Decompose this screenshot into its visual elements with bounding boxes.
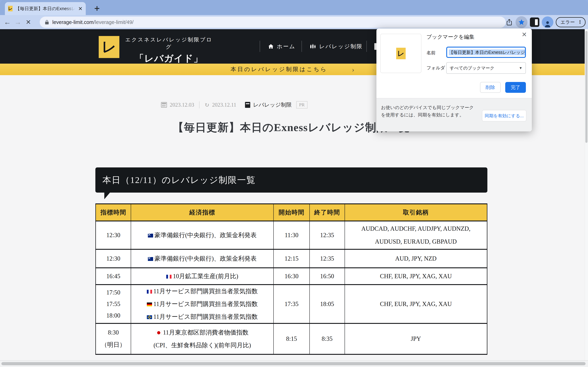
table-header-row: 指標時間経済指標開始時間終了時間取引銘柄 [96,204,487,221]
dialog-title: ブックマークを編集 [426,33,475,41]
cell-symbols: AUDCAD, AUDCHF, AUDJPY, AUDNZD,AUDUSD, E… [345,221,487,249]
cell-indicator-time: 16:45 [96,268,131,285]
error-menu-button[interactable]: エラー ⋮ [556,17,586,27]
back-icon[interactable]: ← [2,18,13,26]
updated-date: 2023.12.11 [212,102,236,108]
cell-start-time: 17:35 [274,285,310,324]
tab-strip: レ 【毎日更新】本日のExnessレバレ ✕ ＋ [0,0,588,15]
au-flag-icon [148,234,153,237]
nav-item-home[interactable]: ホーム [268,29,295,64]
published-date: 2023.12.03 [170,102,194,108]
table-row: 8:30（明日）11月東京都区部消費者物価指数(CPI、生鮮食料品除く)(前年同… [96,324,487,354]
refresh-icon: ↻ [204,101,209,108]
article-meta: 2023.12.03 ↻ 2023.12.11 レバレッジ制限 PR [161,101,307,108]
cell-indicator-time: 12:30 [96,249,131,268]
forward-icon[interactable]: → [13,18,23,26]
person-icon [544,20,552,28]
browser-window: レ 【毎日更新】本日のExnessレバレ ✕ ＋ ← → ✕ leverage-… [0,0,588,367]
site-name: 「レバガイド」 [122,52,215,65]
folder-select[interactable]: すべてのブックマーク ▼ [446,62,526,74]
pr-badge: PR [296,101,307,108]
cell-end-time: 8:35 [310,324,345,354]
share-icon[interactable] [505,18,513,27]
calendar-icon [161,102,167,108]
cell-economic-indicator: 豪準備銀行(中央銀行)、政策金利発表 [131,249,274,268]
url-text: leverage-limit.com/leverage-limit/49/ [52,19,134,25]
kebab-menu-icon: ⋮ [578,21,582,24]
lock-icon [44,19,50,25]
browser-toolbar: ← → ✕ leverage-limit.com/leverage-limit/… [0,15,588,29]
bookmark-name-value: 【毎日更新】本日のExnessレバレッジ制限 [449,50,526,55]
cell-end-time: 16:50 [310,268,345,285]
nav-label: レバレッジ制限 [319,43,363,50]
bookmark-name-input[interactable]: 【毎日更新】本日のExnessレバレッジ制限 [446,47,526,58]
star-icon [518,19,525,26]
cell-economic-indicator: 11月東京都区部消費者物価指数(CPI、生鮮食料品除く)(前年同月比) [131,324,274,354]
vertical-scrollbar[interactable] [585,29,588,361]
enable-sync-button[interactable]: 同期を有効にする... [482,110,526,121]
candlestick-icon [309,43,316,50]
category-link[interactable]: レバレッジ制限 [253,101,292,108]
url-path: /leverage-limit/49/ [94,19,134,25]
nav-item-leverage[interactable]: レバレッジ制限 [309,29,363,64]
site-logo[interactable]: レ [99,36,119,58]
cell-start-time: 11:30 [274,221,310,249]
tab-close-icon[interactable]: ✕ [78,6,83,12]
tab-title: 【毎日更新】本日のExnessレバレ [15,6,77,12]
horizontal-scrollbar[interactable] [0,360,588,367]
chevron-right-icon: › [352,65,354,74]
folder-label: フォルダ [426,65,445,71]
cell-end-time: 18:05 [310,285,345,324]
cell-indicator-time: 12:30 [96,221,131,249]
table-header-cell: 取引銘柄 [345,204,487,221]
cell-start-time: 16:30 [274,268,310,285]
fr-flag-icon [147,290,152,294]
site-tagline: エクスネスレバレッジ制限ブログ [122,36,215,50]
browser-tab[interactable]: レ 【毎日更新】本日のExnessレバレ ✕ [5,2,86,15]
folder-value: すべてのブックマーク [450,65,494,71]
table-header-cell: 経済指標 [131,204,274,221]
bookmark-star-button[interactable] [516,16,527,28]
close-icon[interactable]: ✕ [522,31,527,38]
profile-avatar[interactable] [542,17,553,28]
category-icon [245,102,250,108]
done-button[interactable]: 完了 [505,82,526,93]
horizontal-scrollbar-thumb[interactable] [1,362,586,365]
chevron-down-icon: ▼ [519,66,522,70]
de-flag-icon [147,302,152,306]
nav-label: ホーム [277,43,295,50]
leverage-table: 指標時間経済指標開始時間終了時間取引銘柄 12:30豪準備銀行(中央銀行)、政策… [95,203,487,355]
cell-start-time: 8:15 [274,324,310,354]
side-panel-icon[interactable] [530,17,539,27]
table-header-cell: 開始時間 [274,204,310,221]
sync-section: お使いのどのデバイスでも同じブックマークを使用するには、同期を有効にします。 同… [376,98,532,131]
cell-symbols: AUD, JPY, NZD [345,249,487,268]
cell-economic-indicator: 11月サービス部門購買担当者景気指数11月サービス部門購買担当者景気指数11月サ… [131,285,274,324]
fr-flag-icon [166,275,172,279]
nav-divider [366,41,367,52]
cell-indicator-time: 8:30（明日） [96,324,131,354]
vertical-scrollbar-thumb[interactable] [585,31,588,143]
cell-symbols: CHF, EUR, JPY, XAG, XAU [345,268,487,285]
cell-economic-indicator: 豪準備銀行(中央銀行)、政策金利発表 [131,221,274,249]
bookmark-favicon-card: レ [380,34,421,73]
cell-end-time: 12:35 [310,249,345,268]
address-bar[interactable]: leverage-limit.com/leverage-limit/49/ [40,17,506,28]
section-heading-tail [104,192,110,199]
error-label: エラー [561,19,575,25]
bookmark-favicon: レ [396,48,406,59]
bookmark-edit-dialog: ✕ レ ブックマークを編集 名前 【毎日更新】本日のExnessレバレッジ制限 … [376,28,532,131]
table-header-cell: 指標時間 [96,204,131,221]
home-icon [268,43,274,50]
tab-favicon: レ [8,6,13,11]
delete-button[interactable]: 削除 [480,82,501,93]
nav-divider [302,41,302,52]
new-tab-button[interactable]: ＋ [91,2,103,14]
site-logo-text[interactable]: エクスネスレバレッジ制限ブログ 「レバガイド」 [122,36,215,65]
stop-icon[interactable]: ✕ [23,18,34,26]
url-host: leverage-limit.com [52,19,94,25]
table-row: 12:30豪準備銀行(中央銀行)、政策金利発表12:1512:35AUD, JP… [96,249,487,268]
section-heading: 本日（12/11）のレバレッジ制限一覧 [95,167,487,192]
name-label: 名前 [426,50,436,56]
table-row: 16:4510月鉱工業生産(前月比)16:3016:50CHF, EUR, JP… [96,268,487,285]
